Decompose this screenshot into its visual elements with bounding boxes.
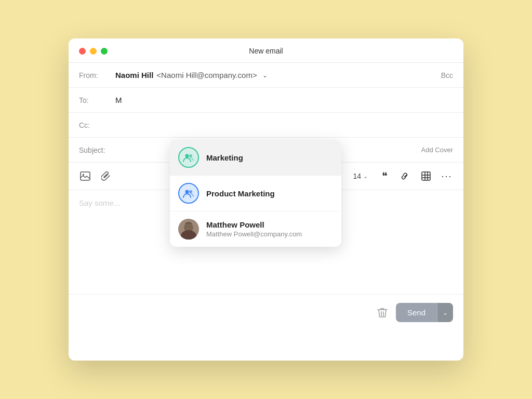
to-row: To: xyxy=(69,88,463,113)
quote-icon[interactable]: ❝ xyxy=(376,168,393,184)
from-row: From: Naomi Hill <Naomi Hill@company.com… xyxy=(69,63,463,88)
link-icon[interactable] xyxy=(397,168,414,184)
svg-rect-13 xyxy=(185,228,188,230)
product-marketing-name: Product Marketing xyxy=(206,189,275,198)
matthew-powell-email: Matthew Powell@company.com xyxy=(206,230,302,238)
send-button-group: Send ⌄ xyxy=(396,303,453,322)
font-size-chevron-icon: ⌄ xyxy=(363,173,368,180)
close-button[interactable] xyxy=(79,48,86,55)
from-content: Naomi Hill <Naomi Hill@company.com> ⌄ xyxy=(115,71,441,79)
to-label: To: xyxy=(79,96,115,104)
svg-point-1 xyxy=(83,174,84,176)
matthew-powell-avatar xyxy=(178,219,199,240)
font-size-select[interactable]: 14 ⌄ xyxy=(349,170,372,182)
titlebar: New email xyxy=(69,38,463,63)
svg-point-11 xyxy=(178,219,199,240)
svg-point-7 xyxy=(185,154,189,158)
table-icon[interactable] xyxy=(418,168,434,184)
marketing-group-avatar xyxy=(178,147,199,168)
svg-point-10 xyxy=(189,190,192,193)
image-icon[interactable] xyxy=(77,168,94,184)
traffic-lights xyxy=(79,48,108,55)
cc-row: Cc: xyxy=(69,113,463,138)
cc-label: Cc: xyxy=(79,121,115,129)
svg-rect-2 xyxy=(422,172,430,180)
window-title: New email xyxy=(249,47,283,55)
from-name: Naomi Hill xyxy=(115,71,153,79)
autocomplete-item-product-marketing[interactable]: Product Marketing xyxy=(170,176,341,211)
send-button[interactable]: Send xyxy=(396,303,437,322)
from-label: From: xyxy=(79,71,115,79)
svg-point-9 xyxy=(185,190,189,194)
font-size-value: 14 xyxy=(353,172,361,180)
delete-button[interactable] xyxy=(373,303,392,322)
add-cover-button[interactable]: Add Cover xyxy=(421,146,453,154)
subject-label: Subject: xyxy=(79,146,115,154)
to-input[interactable] xyxy=(115,96,453,104)
body-placeholder: Say some... xyxy=(79,198,120,207)
attachment-icon[interactable] xyxy=(98,168,114,184)
svg-point-12 xyxy=(184,223,193,231)
product-marketing-group-avatar xyxy=(178,183,199,204)
minimize-button[interactable] xyxy=(90,48,97,55)
svg-rect-14 xyxy=(189,228,192,230)
footer-row: Send ⌄ xyxy=(69,294,463,330)
email-compose-window: New email From: Naomi Hill <Naomi Hill@c… xyxy=(69,38,463,361)
autocomplete-item-marketing[interactable]: Marketing xyxy=(170,140,341,176)
autocomplete-item-matthew-powell[interactable]: Matthew Powell Matthew Powell@company.co… xyxy=(170,211,341,247)
send-caret-button[interactable]: ⌄ xyxy=(437,303,453,322)
autocomplete-dropdown: Marketing Product Marketing xyxy=(170,140,341,247)
matthew-powell-name: Matthew Powell xyxy=(206,220,302,229)
svg-point-8 xyxy=(189,154,192,157)
marketing-name: Marketing xyxy=(206,153,243,162)
more-options-dots: ··· xyxy=(441,171,452,182)
matthew-powell-text: Matthew Powell Matthew Powell@company.co… xyxy=(206,220,302,238)
maximize-button[interactable] xyxy=(101,48,108,55)
from-dropdown-icon[interactable]: ⌄ xyxy=(262,72,268,79)
marketing-text: Marketing xyxy=(206,153,243,162)
more-options-icon[interactable]: ··· xyxy=(438,168,455,184)
product-marketing-text: Product Marketing xyxy=(206,189,275,198)
from-email: <Naomi Hill@company.com> xyxy=(156,71,257,79)
bcc-button[interactable]: Bcc xyxy=(441,71,453,79)
